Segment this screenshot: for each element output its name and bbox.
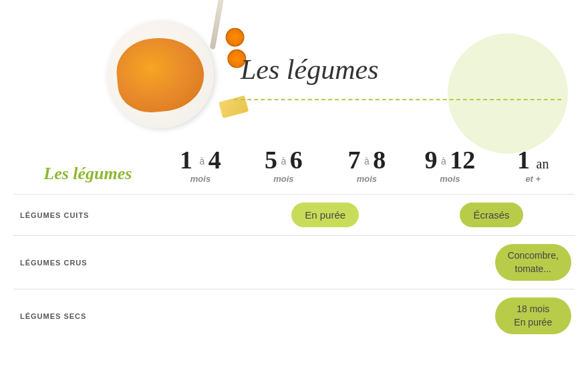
page: Les légumes Les légumes 1 à 4 mois [0,0,588,367]
cell-secs-5to6 [242,289,325,343]
table-header-label: Les légumes [13,140,159,195]
col-header-9to12: 9 à 12 mois [408,140,491,195]
table-section-title: Les légumes [37,157,135,193]
cell-secs-1an: 18 moisEn purée [492,289,575,343]
badge-concombre: Concombre,tomate... [495,244,571,281]
food-image [102,8,246,140]
row-legumes-crus: LÉGUMES CRUS Concombre,tomate... [13,236,575,289]
badge-18mois: 18 moisEn purée [495,297,571,334]
age-table: Les légumes 1 à 4 mois 5 à 6 moi [13,140,575,342]
puree [114,34,207,115]
col-header-7to8: 7 à 8 mois [325,140,408,195]
badge-concombre-text: Concombre,tomate... [508,250,559,274]
col-header-5to6: 5 à 6 mois [242,140,325,195]
header: Les légumes [0,0,588,147]
cell-crus-1to4 [159,236,242,289]
pill-en-puree: En purée [291,203,359,227]
age-to-6: 6 [290,146,303,174]
dashed-line-decoration [234,99,561,100]
row-label-crus: LÉGUMES CRUS [13,236,159,289]
food-image-container [100,7,247,140]
table-section: Les légumes 1 à 4 mois 5 à 6 moi [0,140,588,356]
cell-secs-7to8 [325,289,408,343]
decorative-circle [448,33,568,154]
row-label-cuits: LÉGUMES CUITS [13,195,159,236]
col-header-1to4: 1 à 4 mois [159,140,242,195]
cell-cuits-5to8: En purée [242,195,408,236]
age-from-5: 5 [265,146,277,174]
spoon-icon [210,0,225,49]
cell-secs-1to4 [159,289,242,343]
age-from-1: 1 [180,146,199,174]
title-container: Les légumes [241,53,378,86]
age-to-8: 8 [373,146,386,174]
row-legumes-secs: LÉGUMES SECS 18 moisEn purée [13,289,575,343]
age-from-9: 9 [424,146,437,174]
cell-crus-7to8 [325,236,408,289]
row-label-secs: LÉGUMES SECS [13,289,159,343]
age-from-7: 7 [348,146,361,174]
page-title: Les légumes [241,54,378,85]
badge-18mois-text: 18 moisEn purée [514,303,552,328]
cell-crus-9to12 [408,236,491,289]
cell-crus-1an: Concombre,tomate... [492,236,575,289]
cell-cuits-9to1an: Écrasés [408,195,575,236]
cell-crus-5to6 [242,236,325,289]
carrot-slice [225,27,245,47]
row-legumes-cuits: LÉGUMES CUITS En purée Écrasés [13,195,575,236]
cell-secs-9to12 [408,289,491,343]
cell-cuits-1to4 [159,195,242,236]
pill-ecrases: Écrasés [460,203,523,227]
age-to-4: 4 [208,146,221,174]
age-to-12: 12 [450,146,475,174]
plate [102,17,218,132]
